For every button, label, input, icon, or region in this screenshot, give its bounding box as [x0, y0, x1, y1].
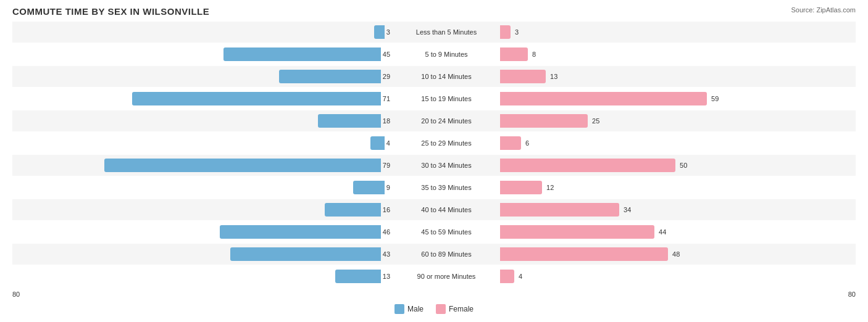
right-section: 6 — [498, 136, 868, 150]
legend-female: Female — [436, 304, 474, 314]
male-value: 79 — [381, 162, 390, 169]
left-section: 16 — [12, 203, 395, 217]
male-value: 46 — [381, 228, 390, 236]
female-bar — [500, 159, 675, 172]
male-bar — [318, 114, 381, 128]
male-bar — [374, 25, 385, 39]
right-section: 50 — [498, 159, 868, 172]
male-bar-container: 71 — [12, 92, 393, 105]
male-bar — [223, 47, 381, 61]
legend: Male Female — [12, 304, 856, 314]
left-section: 71 — [12, 92, 395, 105]
female-bar — [500, 114, 588, 128]
male-bar — [325, 203, 381, 217]
category-label: 20 to 24 Minutes — [395, 117, 498, 125]
chart-row: 45 5 to 9 Minutes 8 — [12, 44, 856, 65]
left-section: 43 — [12, 247, 395, 261]
right-section: 3 — [498, 25, 868, 39]
female-swatch — [436, 304, 446, 314]
female-bar-container: 50 — [500, 159, 868, 172]
right-section: 48 — [498, 247, 868, 261]
left-section: 46 — [12, 225, 395, 239]
category-label: 30 to 34 Minutes — [395, 162, 498, 169]
chart-row: 71 15 to 19 Minutes 59 — [12, 88, 856, 109]
left-section: 79 — [12, 159, 395, 172]
chart-row: 43 60 to 89 Minutes 48 — [12, 244, 856, 265]
female-value: 8 — [530, 51, 536, 58]
category-label: 60 to 89 Minutes — [395, 250, 498, 258]
chart-row: 16 40 to 44 Minutes 34 — [12, 199, 856, 220]
category-label: 90 or more Minutes — [395, 273, 498, 280]
female-value: 34 — [622, 206, 631, 213]
chart-row: 18 20 to 24 Minutes 25 — [12, 110, 856, 131]
male-label: Male — [407, 305, 424, 313]
category-label: Less than 5 Minutes — [395, 28, 498, 36]
chart-row: 46 45 to 59 Minutes 44 — [12, 221, 856, 242]
female-value: 48 — [670, 250, 680, 258]
female-bar — [500, 225, 654, 239]
male-bar-container: 29 — [12, 70, 393, 83]
male-value: 3 — [385, 28, 390, 36]
female-bar-container: 44 — [500, 225, 868, 239]
category-label: 25 to 29 Minutes — [395, 139, 498, 147]
chart-area: 3 Less than 5 Minutes 3 45 5 to 9 Minute… — [12, 22, 856, 287]
male-bar-container: 9 — [12, 181, 393, 194]
chart-row: 3 Less than 5 Minutes 3 — [12, 22, 856, 43]
male-bar-container: 79 — [12, 159, 393, 172]
category-label: 10 to 14 Minutes — [395, 73, 498, 80]
female-value: 6 — [524, 139, 529, 147]
male-bar-container: 16 — [12, 203, 393, 217]
male-bar-container: 18 — [12, 114, 393, 128]
left-section: 18 — [12, 114, 395, 128]
male-value: 29 — [381, 73, 390, 80]
chart-row: 4 25 to 29 Minutes 6 — [12, 133, 856, 154]
male-value: 18 — [381, 117, 390, 125]
right-section: 34 — [498, 203, 868, 217]
category-label: 5 to 9 Minutes — [395, 51, 498, 58]
legend-male: Male — [394, 304, 424, 314]
female-bar-container: 59 — [500, 92, 868, 105]
female-bar — [500, 25, 511, 39]
female-value: 3 — [513, 28, 519, 36]
male-bar — [335, 270, 381, 283]
female-bar-container: 4 — [500, 270, 868, 283]
male-bar — [230, 247, 381, 261]
female-value: 13 — [548, 73, 557, 80]
female-bar — [500, 136, 521, 150]
male-bar — [104, 159, 381, 172]
category-label: 40 to 44 Minutes — [395, 206, 498, 213]
left-section: 4 — [12, 136, 395, 150]
male-bar-container: 13 — [12, 270, 393, 283]
female-bar-container: 13 — [500, 70, 868, 83]
chart-row: 79 30 to 34 Minutes 50 — [12, 155, 856, 176]
right-section: 4 — [498, 270, 868, 283]
female-bar-container: 48 — [500, 247, 868, 261]
male-value: 16 — [381, 206, 390, 213]
male-value: 4 — [385, 139, 390, 147]
male-value: 71 — [381, 95, 390, 102]
female-bar-container: 8 — [500, 47, 868, 61]
male-value: 45 — [381, 51, 390, 58]
female-bar — [500, 270, 514, 283]
female-bar-container: 34 — [500, 203, 868, 217]
female-bar — [500, 92, 707, 105]
male-bar-container: 3 — [12, 25, 393, 39]
chart-row: 13 90 or more Minutes 4 — [12, 266, 856, 287]
right-section: 13 — [498, 70, 868, 83]
female-label: Female — [449, 305, 474, 313]
female-bar-container: 6 — [500, 136, 868, 150]
male-value: 9 — [385, 184, 390, 191]
male-bar-container: 4 — [12, 136, 393, 150]
male-bar — [279, 70, 381, 83]
female-value: 12 — [545, 184, 554, 191]
axis-right-label: 80 — [848, 291, 856, 298]
female-bar — [500, 47, 528, 61]
category-label: 15 to 19 Minutes — [395, 95, 498, 102]
category-label: 35 to 39 Minutes — [395, 184, 498, 191]
female-bar-container: 25 — [500, 114, 868, 128]
right-section: 12 — [498, 181, 868, 194]
female-value: 44 — [657, 228, 666, 236]
male-swatch — [394, 304, 404, 314]
male-value: 13 — [381, 273, 390, 280]
female-value: 59 — [709, 95, 719, 102]
